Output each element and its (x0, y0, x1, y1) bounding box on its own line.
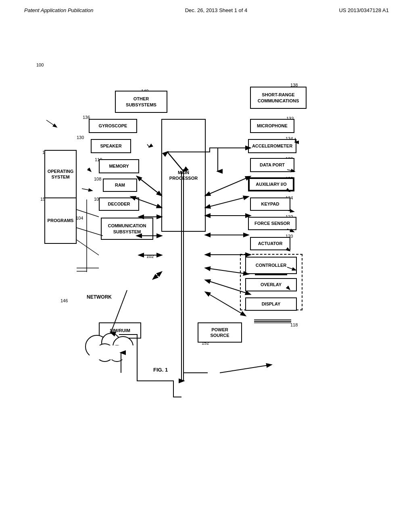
ref-118: 118 (290, 322, 298, 327)
decoder-box: DECODER (99, 197, 139, 211)
auxiliary-box: AUXILIARY I/O (248, 177, 294, 191)
svg-line-20 (206, 292, 245, 316)
svg-line-42 (82, 189, 92, 191)
speaker-box: SPEAKER (91, 139, 131, 153)
header-center: Dec. 26, 2013 Sheet 1 of 4 (185, 7, 248, 13)
svg-point-27 (86, 335, 108, 358)
header-left: Patent Application Publication (24, 7, 94, 13)
short-range-box: SHORT-RANGECOMMUNICATIONS (250, 87, 307, 109)
communication-box: COMMUNICATIONSUBSYSTEM (101, 218, 153, 240)
controller-lines (255, 274, 287, 276)
svg-line-5 (137, 177, 161, 195)
display-box: DISPLAY (245, 297, 297, 311)
page: Patent Application Publication Dec. 26, … (0, 0, 413, 532)
force-sensor-box: FORCE SENSOR (248, 217, 296, 230)
overlay-box: OVERLAY (245, 278, 297, 291)
svg-line-18 (153, 272, 161, 279)
other-subsystems-box: OTHERSUBSYSTEMS (115, 91, 167, 113)
memory-box: MEMORY (99, 159, 139, 173)
svg-line-22 (77, 228, 103, 236)
actuator-box: ACTUATOR (250, 237, 290, 250)
diagram: 100 140 138 136 132 130 134 148 128 110 … (24, 40, 387, 504)
svg-line-23 (77, 240, 99, 255)
ref-102: 102 (146, 254, 154, 259)
svg-point-31 (109, 345, 125, 362)
ref-100: 100 (36, 62, 44, 67)
controller-box: CONTROLLER (245, 257, 297, 274)
diagram-svg (24, 40, 387, 504)
operating-system-box: OPERATINGSYSTEM (44, 150, 77, 198)
data-port-box: DATA PORT (250, 158, 294, 172)
sim-ruim-box: SIM/RUIM (99, 322, 141, 339)
ram-box: RAM (103, 179, 137, 192)
svg-line-10 (206, 197, 248, 208)
svg-line-37 (220, 365, 271, 373)
header-right: US 2013/0347128 A1 (339, 7, 389, 13)
main-processor-box: MAINPROCESSOR (161, 119, 206, 232)
ref-146: 146 (60, 298, 68, 303)
svg-line-0 (46, 120, 56, 127)
network-label: NETWORK (87, 294, 112, 300)
svg-line-8 (206, 177, 250, 195)
programs-box: PROGRAMS (44, 197, 77, 244)
gyroscope-box: GYROSCOPE (89, 119, 137, 133)
ref-104: 104 (76, 216, 83, 220)
svg-line-7 (137, 177, 161, 195)
svg-line-40 (88, 168, 91, 171)
ref-130: 130 (77, 135, 84, 140)
power-source-box: POWERSOURCE (198, 322, 242, 343)
svg-point-29 (113, 337, 133, 357)
microphone-box: MICROPHONE (250, 119, 294, 133)
svg-rect-32 (90, 345, 134, 360)
svg-point-30 (96, 344, 114, 362)
fig-caption: FIG. 1 (153, 367, 168, 373)
accelerometer-box: ACCELEROMETER (248, 139, 296, 153)
ref-108: 108 (94, 177, 101, 181)
svg-line-1 (147, 144, 149, 147)
keypad-box: KEYPAD (250, 197, 290, 211)
header: Patent Application Publication Dec. 26, … (0, 0, 413, 13)
